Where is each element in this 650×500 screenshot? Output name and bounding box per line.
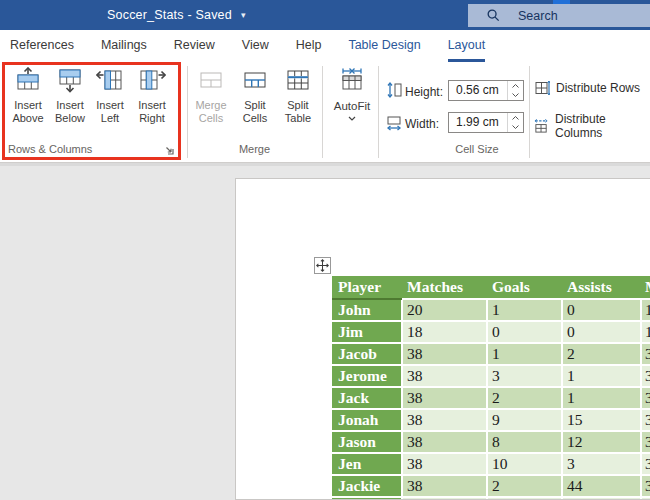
width-spin-down[interactable]	[508, 123, 523, 133]
merge-cells-icon	[197, 67, 225, 93]
stat-cell[interactable]: 3	[642, 476, 650, 496]
stat-cell[interactable]: 0	[488, 322, 561, 342]
table-header-cell[interactable]: Assists	[567, 276, 612, 298]
height-value[interactable]: 0.56 cm	[449, 81, 507, 100]
split-table-button[interactable]: SplitTable	[276, 67, 320, 139]
player-name-cell[interactable]: Jackie	[332, 476, 401, 496]
stat-cell[interactable]: 1	[488, 344, 561, 364]
stat-cell[interactable]: 1	[642, 322, 650, 342]
stat-cell[interactable]: 38	[403, 410, 486, 430]
stat-cell[interactable]: 1	[563, 388, 640, 408]
stat-cell[interactable]: 15	[563, 410, 640, 430]
width-spinner	[507, 113, 523, 132]
document-title: Soccer_Stats - Saved	[107, 8, 232, 22]
stat-cell[interactable]: 38	[403, 344, 486, 364]
tab-mailings[interactable]: Mailings	[101, 30, 147, 62]
player-name-cell[interactable]: Jacob	[332, 344, 401, 364]
stat-cell[interactable]: 38	[403, 388, 486, 408]
ribbon: InsertAbove InsertBelow InsertLe	[0, 62, 650, 163]
distribute-rows-button[interactable]: Distribute Rows	[534, 80, 640, 96]
stat-cell[interactable]: 0	[563, 300, 640, 320]
stat-cell[interactable]: 18	[403, 322, 486, 342]
table-row: Jackie382443	[332, 476, 650, 496]
stat-cell[interactable]: 38	[403, 366, 486, 386]
stat-cell[interactable]: 8	[488, 432, 561, 452]
stat-cell[interactable]: 1	[642, 300, 650, 320]
width-value[interactable]: 1.99 cm	[449, 113, 507, 132]
tab-help[interactable]: Help	[296, 30, 322, 62]
insert-above-icon	[14, 67, 42, 93]
ribbon-tab-bar: References Mailings Review View Help Tab…	[0, 30, 650, 62]
stat-cell[interactable]: 10	[488, 454, 561, 474]
player-name-cell[interactable]: Jonah	[332, 410, 401, 430]
table-header-cell[interactable]: Matches	[407, 276, 463, 298]
player-name-cell[interactable]: Jim	[332, 322, 401, 342]
stat-cell[interactable]: 20	[403, 300, 486, 320]
table-row: Jerome38313	[332, 366, 650, 386]
stat-cell[interactable]: 3	[563, 454, 640, 474]
stat-cell[interactable]: 2	[488, 388, 561, 408]
table-row: John20101	[332, 300, 650, 320]
stat-cell[interactable]: 3	[488, 366, 561, 386]
height-spin-up[interactable]	[508, 81, 523, 91]
split-table-icon	[284, 67, 312, 93]
insert-left-button[interactable]: InsertLeft	[90, 67, 130, 139]
table-header-cell[interactable]: Player	[338, 276, 381, 298]
stat-cell[interactable]: 44	[563, 476, 640, 496]
stat-cell[interactable]: 38	[403, 454, 486, 474]
insert-left-icon	[96, 67, 124, 93]
stat-cell[interactable]: 9	[488, 410, 561, 430]
stat-cell[interactable]: 38	[403, 476, 486, 496]
insert-below-icon	[56, 67, 84, 93]
search-box[interactable]: Search	[468, 4, 650, 27]
soccer-table: PlayerMatchesGoalsAssistsM John20101Jim1…	[332, 276, 650, 500]
word-window: Soccer_Stats - Saved ▾ Search References…	[0, 0, 650, 500]
title-dropdown-caret[interactable]: ▾	[241, 10, 246, 20]
stat-cell[interactable]: 2	[488, 476, 561, 496]
player-name-cell[interactable]: Jason	[332, 432, 401, 452]
stat-cell[interactable]: 3	[642, 410, 650, 430]
stat-cell[interactable]: 3	[642, 366, 650, 386]
player-name-cell[interactable]: John	[332, 300, 401, 320]
insert-above-button[interactable]: InsertAbove	[6, 67, 50, 139]
distribute-rows-icon	[534, 80, 550, 96]
column-width-icon	[386, 115, 402, 131]
player-name-cell[interactable]: Jerome	[332, 366, 401, 386]
stat-cell[interactable]: 1	[488, 300, 561, 320]
document-page[interactable]: PlayerMatchesGoalsAssistsM John20101Jim1…	[235, 178, 650, 500]
insert-right-button[interactable]: InsertRight	[130, 67, 174, 139]
stat-cell[interactable]: 1	[563, 366, 640, 386]
height-field[interactable]: 0.56 cm	[448, 80, 524, 101]
stat-cell[interactable]: 3	[642, 388, 650, 408]
height-spin-down[interactable]	[508, 91, 523, 101]
search-icon	[486, 8, 501, 23]
player-name-cell[interactable]: Jen	[332, 454, 401, 474]
split-cells-button[interactable]: SplitCells	[233, 67, 277, 139]
tab-references[interactable]: References	[10, 30, 74, 62]
insert-below-button[interactable]: InsertBelow	[48, 67, 92, 139]
table-header-cell[interactable]: Goals	[492, 276, 530, 298]
stat-cell[interactable]: 38	[403, 432, 486, 452]
tab-layout[interactable]: Layout	[448, 30, 486, 62]
table-move-handle[interactable]	[314, 257, 331, 274]
stat-cell[interactable]: 3	[642, 344, 650, 364]
table-row: Jonah389153	[332, 410, 650, 430]
tab-review[interactable]: Review	[174, 30, 215, 62]
tab-table-design[interactable]: Table Design	[348, 30, 420, 62]
stat-cell[interactable]: 12	[563, 432, 640, 452]
merge-cells-button: MergeCells	[189, 67, 233, 139]
document-title-area[interactable]: Soccer_Stats - Saved ▾	[107, 0, 246, 30]
tab-view[interactable]: View	[242, 30, 269, 62]
stat-cell[interactable]: 3	[642, 454, 650, 474]
stat-cell[interactable]: 3	[642, 432, 650, 452]
stat-cell[interactable]: 2	[563, 344, 640, 364]
player-name-cell[interactable]: Jack	[332, 388, 401, 408]
width-spin-up[interactable]	[508, 113, 523, 123]
merge-group-label: Merge	[187, 143, 322, 155]
rows-columns-dialog-launcher[interactable]	[164, 143, 176, 155]
table-header-cell[interactable]: M	[645, 276, 650, 298]
stat-cell[interactable]: 0	[563, 322, 640, 342]
distribute-columns-button[interactable]: Distribute Columns	[534, 112, 650, 140]
width-field[interactable]: 1.99 cm	[448, 112, 524, 133]
table-row: Jim18001	[332, 322, 650, 342]
